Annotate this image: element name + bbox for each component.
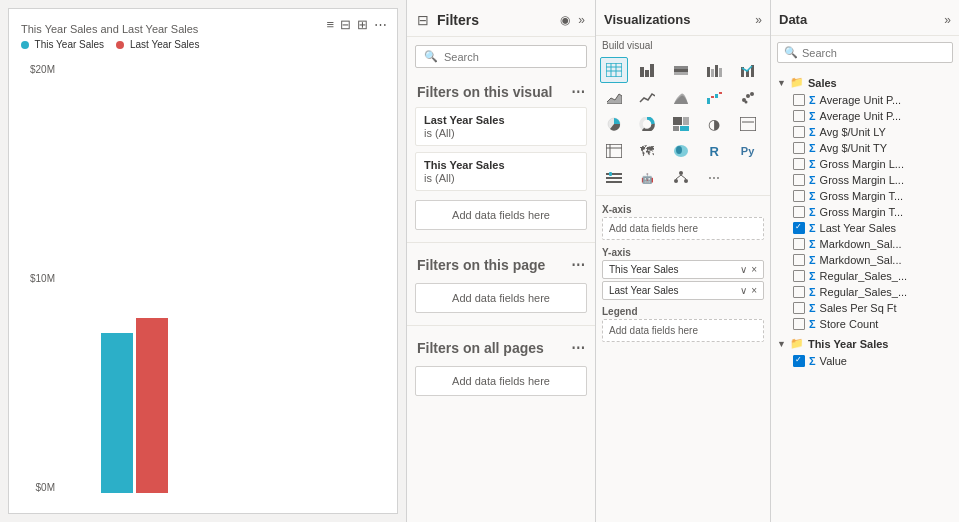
viz-icon-treemap[interactable] [667,111,695,137]
bar-thisyear[interactable] [101,333,133,493]
viz-icon-filled-map[interactable] [667,138,695,164]
filters-search-box[interactable]: 🔍 [415,45,587,68]
hamburger-icon[interactable]: ≡ [326,17,334,32]
viz-icon-matrix[interactable] [600,138,628,164]
chart-legend: This Year Sales Last Year Sales [21,39,199,50]
data-search-input[interactable] [802,47,946,59]
viz-icon-waterfall[interactable] [700,84,728,110]
pill-close-lastyear[interactable]: × [751,285,757,296]
svg-rect-30 [673,126,679,131]
data-item-grossmarginl1[interactable]: Σ Gross Margin L... [771,156,959,172]
viz-icon-map[interactable]: 🗺 [633,138,661,164]
checkbox-avgunitp1[interactable] [793,94,805,106]
viz-icon-more[interactable]: ⋯ [700,165,728,191]
viz-icon-pie[interactable] [600,111,628,137]
data-group-sales-header[interactable]: ▼ 📁 Sales [771,73,959,92]
viz-icon-line-bar[interactable] [734,57,762,83]
pill-chevron-thisyear[interactable]: ∨ [740,264,747,275]
filters-panel: ⊟ Filters ◉ » 🔍 Filters on this visual ⋯… [406,0,596,522]
viz-icon-gauge[interactable]: ◑ [700,111,728,137]
checkbox-salespersqft[interactable] [793,302,805,314]
data-item-grossmarginl2[interactable]: Σ Gross Margin L... [771,172,959,188]
filter-card-thisyear[interactable]: This Year Sales is (All) [415,152,587,191]
filter-card-lastyear[interactable]: Last Year Sales is (All) [415,107,587,146]
filters-search-input[interactable] [444,51,578,63]
filters-eye-icon[interactable]: ◉ [560,13,570,27]
viz-icon-decomp[interactable] [667,165,695,191]
filter-add-visual[interactable]: Add data fields here [415,200,587,230]
more-icon[interactable]: ⋯ [374,17,387,32]
viz-icon-bar[interactable] [633,57,661,83]
checkbox-lastyearsales[interactable] [793,222,805,234]
viz-icon-ai[interactable]: 🤖 [633,165,661,191]
svg-rect-9 [674,72,688,75]
checkbox-grossmargint2[interactable] [793,206,805,218]
build-visual-label: Build visual [596,36,770,53]
pill-close-thisyear[interactable]: × [751,264,757,275]
viz-icon-stacked-bar[interactable] [667,57,695,83]
yaxis-pill-lastyear[interactable]: Last Year Sales ∨ × [602,281,764,300]
data-expand-icon[interactable]: » [944,13,951,27]
data-item-value[interactable]: Σ Value [771,353,959,369]
checkbox-avgunitly[interactable] [793,126,805,138]
data-item-avgunitp1[interactable]: Σ Average Unit P... [771,92,959,108]
sigma-icon-avgunitty: Σ [809,142,816,154]
sigma-icon-lastyearsales: Σ [809,222,816,234]
viz-icon-python[interactable]: Py [734,138,762,164]
checkbox-avgunitty[interactable] [793,142,805,154]
svg-line-46 [676,175,681,179]
data-group-thisyearsales-header[interactable]: ▼ 📁 This Year Sales [771,334,959,353]
data-item-avgunitly[interactable]: Σ Avg $/Unit LY [771,124,959,140]
viz-expand-icon[interactable]: » [755,13,762,27]
checkbox-markdown2[interactable] [793,254,805,266]
data-search-box[interactable]: 🔍 [777,42,953,63]
yaxis-pill-thisyear[interactable]: This Year Sales ∨ × [602,260,764,279]
data-item-regular2[interactable]: Σ Regular_Sales_... [771,284,959,300]
checkbox-regular1[interactable] [793,270,805,282]
data-item-regular1[interactable]: Σ Regular_Sales_... [771,268,959,284]
checkbox-grossmarginl2[interactable] [793,174,805,186]
checkbox-grossmargint1[interactable] [793,190,805,202]
viz-icon-line[interactable] [633,84,661,110]
filter-add-all[interactable]: Add data fields here [415,366,587,396]
viz-icon-area[interactable] [600,84,628,110]
expand-icon[interactable]: ⊞ [357,17,368,32]
filters-page-more[interactable]: ⋯ [571,257,585,273]
pill-chevron-lastyear[interactable]: ∨ [740,285,747,296]
filters-header-actions: ◉ » [560,13,585,27]
data-item-grossmargint2[interactable]: Σ Gross Margin T... [771,204,959,220]
data-item-avgunitp2[interactable]: Σ Average Unit P... [771,108,959,124]
filters-all-more[interactable]: ⋯ [571,340,585,356]
checkbox-avgunitp2[interactable] [793,110,805,122]
data-item-lastyearsales[interactable]: Σ Last Year Sales [771,220,959,236]
data-item-markdown1[interactable]: Σ Markdown_Sal... [771,236,959,252]
viz-icon-slicer[interactable] [600,165,628,191]
viz-icon-table[interactable] [600,57,628,83]
data-item-avgunitty[interactable]: Σ Avg $/Unit TY [771,140,959,156]
data-item-markdown2[interactable]: Σ Markdown_Sal... [771,252,959,268]
viz-icon-r-visual[interactable]: R [700,138,728,164]
viz-icon-ribbon[interactable] [667,84,695,110]
checkbox-grossmarginl1[interactable] [793,158,805,170]
filters-section-visual-header: Filters on this visual ⋯ [407,76,595,104]
filter-add-page[interactable]: Add data fields here [415,283,587,313]
data-item-storecount[interactable]: Σ Store Count [771,316,959,332]
data-item-grossmargint1[interactable]: Σ Gross Margin T... [771,188,959,204]
viz-icon-clustered-bar[interactable] [700,57,728,83]
filters-expand-icon[interactable]: » [578,13,585,27]
filter-icon[interactable]: ⊟ [340,17,351,32]
checkbox-markdown1[interactable] [793,238,805,250]
svg-point-24 [750,92,754,96]
legend-box[interactable]: Add data fields here [602,319,764,342]
filters-visual-more[interactable]: ⋯ [571,84,585,100]
bar-lastyear[interactable] [136,318,168,493]
filters-header: ⊟ Filters ◉ » [407,0,595,37]
checkbox-storecount[interactable] [793,318,805,330]
xaxis-box[interactable]: Add data fields here [602,217,764,240]
viz-icon-card[interactable] [734,111,762,137]
checkbox-regular2[interactable] [793,286,805,298]
data-item-salespersqft[interactable]: Σ Sales Per Sq Ft [771,300,959,316]
viz-icon-scatter[interactable] [734,84,762,110]
checkbox-value[interactable] [793,355,805,367]
viz-icon-donut[interactable] [633,111,661,137]
